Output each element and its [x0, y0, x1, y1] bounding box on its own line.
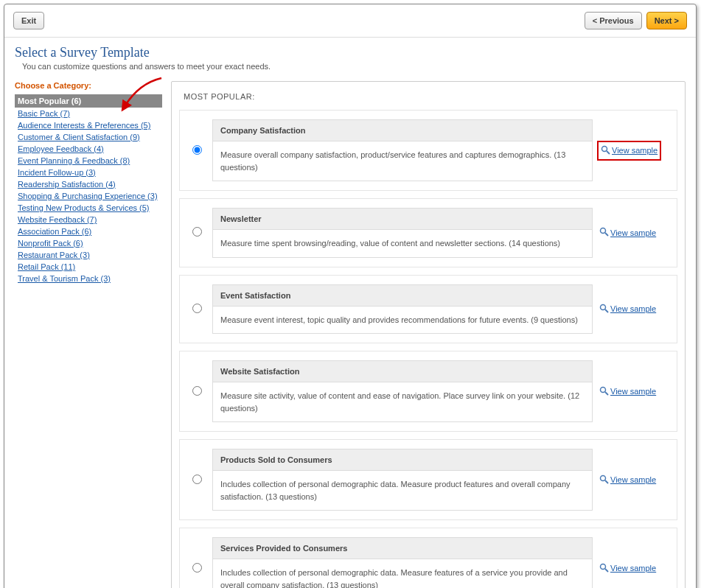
- template-title: Website Satisfaction: [213, 361, 592, 382]
- view-sample-link[interactable]: View sample: [610, 564, 656, 573]
- category-link[interactable]: Customer & Client Satisfaction (9): [18, 133, 140, 141]
- svg-line-1: [607, 151, 610, 154]
- template-radio[interactable]: [192, 227, 202, 237]
- category-link[interactable]: Shopping & Purchasing Experience (3): [18, 192, 158, 200]
- template-radio[interactable]: [192, 145, 202, 155]
- svg-point-8: [601, 475, 606, 480]
- next-button-top[interactable]: Next >: [646, 12, 687, 29]
- template-title: Event Satisfaction: [213, 285, 592, 307]
- svg-line-7: [605, 392, 608, 395]
- svg-point-10: [601, 564, 606, 569]
- template-row: Website SatisfactionMeasure site activit…: [179, 351, 677, 432]
- category-link[interactable]: Association Pack (6): [18, 227, 91, 236]
- magnifier-icon: [599, 304, 609, 315]
- template-description: Measure overall company satisfaction, pr…: [213, 141, 592, 181]
- template-description: Includes collection of personal demograp…: [213, 559, 592, 588]
- exit-button-top[interactable]: Exit: [13, 12, 44, 29]
- template-radio[interactable]: [192, 475, 202, 484]
- category-link[interactable]: Basic Pack (7): [18, 109, 70, 118]
- template-row: NewsletterMeasure time spent browsing/re…: [179, 198, 677, 267]
- magnifier-icon: [599, 386, 609, 397]
- page-title: Select a Survey Template: [15, 45, 686, 60]
- view-sample-link[interactable]: View sample: [610, 475, 656, 484]
- svg-line-9: [605, 480, 608, 483]
- template-row: Event SatisfactionMeasure event interest…: [179, 275, 677, 344]
- panel-heading: MOST POPULAR:: [184, 92, 677, 101]
- template-description: Measure site activity, value of content …: [213, 382, 592, 421]
- magnifier-icon: [601, 145, 610, 156]
- svg-point-0: [602, 146, 607, 151]
- template-description: Includes collection of personal demograp…: [213, 471, 592, 510]
- magnifier-icon: [599, 227, 609, 238]
- category-heading: Choose a Category:: [15, 81, 162, 90]
- category-link[interactable]: Retail Pack (11): [18, 262, 75, 271]
- category-link[interactable]: Testing New Products & Services (5): [18, 203, 150, 212]
- svg-line-3: [605, 233, 608, 236]
- category-link[interactable]: Website Feedback (7): [18, 215, 97, 224]
- previous-button-top[interactable]: < Previous: [585, 12, 642, 29]
- template-row: Products Sold to ConsumersIncludes colle…: [179, 439, 677, 520]
- category-link[interactable]: Employee Feedback (4): [18, 144, 104, 153]
- category-link[interactable]: Readership Satisfaction (4): [18, 180, 116, 189]
- view-sample-link[interactable]: View sample: [610, 387, 656, 396]
- view-sample-link[interactable]: View sample: [610, 304, 656, 313]
- svg-line-11: [605, 569, 608, 572]
- category-link[interactable]: Restaurant Pack (3): [18, 251, 90, 259]
- template-title: Services Provided to Consumers: [213, 538, 592, 559]
- template-row: Services Provided to ConsumersIncludes c…: [179, 528, 677, 588]
- category-list: Most Popular (6) Basic Pack (7) Audience…: [15, 94, 162, 284]
- template-title: Products Sold to Consumers: [213, 449, 592, 471]
- template-title: Newsletter: [213, 209, 592, 230]
- template-panel: MOST POPULAR: Company SatisfactionMeasur…: [171, 81, 686, 588]
- category-link[interactable]: Nonprofit Pack (6): [18, 239, 83, 248]
- magnifier-icon: [599, 475, 609, 486]
- template-title: Company Satisfaction: [213, 120, 592, 141]
- svg-point-2: [601, 228, 606, 234]
- category-link[interactable]: Travel & Tourism Pack (3): [18, 274, 111, 283]
- category-link[interactable]: Incident Follow-up (3): [18, 168, 96, 177]
- magnifier-icon: [599, 563, 609, 574]
- template-row: Company SatisfactionMeasure overall comp…: [179, 110, 677, 191]
- category-link[interactable]: Event Planning & Feedback (8): [18, 156, 130, 165]
- template-radio[interactable]: [192, 563, 202, 573]
- svg-point-6: [601, 387, 606, 392]
- category-active[interactable]: Most Popular (6): [15, 94, 162, 108]
- view-sample-link[interactable]: View sample: [610, 228, 656, 237]
- template-description: Measure time spent browsing/reading, val…: [213, 230, 592, 257]
- template-description: Measure event interest, topic quality an…: [213, 307, 592, 334]
- page-subtitle: You can customize questions and answers …: [22, 62, 686, 71]
- category-link[interactable]: Audience Interests & Preferences (5): [18, 121, 150, 130]
- template-radio[interactable]: [192, 304, 202, 313]
- svg-line-5: [605, 309, 608, 312]
- svg-point-4: [601, 304, 606, 309]
- view-sample-link[interactable]: View sample: [612, 146, 658, 155]
- template-radio[interactable]: [192, 386, 202, 396]
